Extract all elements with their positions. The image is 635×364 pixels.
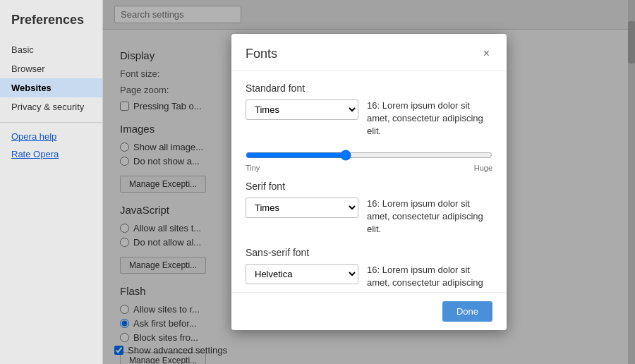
- standard-font-title: Standard font: [246, 83, 492, 94]
- modal-footer: Done: [231, 292, 507, 330]
- sidebar: Preferences Basic Browser Websites Priva…: [0, 0, 103, 364]
- serif-font-select[interactable]: Times: [246, 198, 358, 218]
- sidebar-item-privacy[interactable]: Privacy & security: [0, 97, 102, 116]
- size-huge-label: Huge: [474, 164, 492, 172]
- sans-serif-font-title: Sans-serif font: [246, 247, 492, 258]
- serif-font-row: Times 16: Lorem ipsum dolor sit amet, co…: [246, 198, 492, 236]
- main-content: Display Font size: Page zoom: Pressing T…: [103, 0, 635, 364]
- opera-help-link[interactable]: Opera help: [0, 128, 102, 145]
- font-size-slider[interactable]: [246, 150, 492, 161]
- serif-font-title: Serif font: [246, 181, 492, 192]
- sans-serif-font-preview: 16: Lorem ipsum dolor sit amet, consecte…: [367, 264, 492, 292]
- size-label-row: Tiny Huge: [246, 164, 492, 172]
- size-tiny-label: Tiny: [246, 164, 260, 172]
- modal-body: Standard font Times 16: Lorem ipsum dolo…: [231, 71, 507, 292]
- standard-font-row: Times 16: Lorem ipsum dolor sit amet, co…: [246, 99, 492, 138]
- size-slider-row: [246, 150, 492, 161]
- sidebar-divider: [0, 122, 102, 123]
- serif-font-preview: 16: Lorem ipsum dolor sit amet, consecte…: [367, 198, 492, 236]
- sidebar-item-basic[interactable]: Basic: [0, 40, 102, 59]
- done-button[interactable]: Done: [442, 301, 492, 322]
- modal-close-button[interactable]: ×: [480, 45, 492, 62]
- fonts-modal: Fonts × Standard font Times 16: Lorem ip…: [231, 34, 507, 330]
- sans-serif-font-select[interactable]: Helvetica: [246, 264, 358, 284]
- modal-header: Fonts ×: [231, 34, 507, 71]
- modal-overlay: Fonts × Standard font Times 16: Lorem ip…: [103, 0, 635, 364]
- rate-opera-link[interactable]: Rate Opera: [0, 146, 102, 162]
- modal-title: Fonts: [246, 47, 277, 61]
- standard-font-preview: 16: Lorem ipsum dolor sit amet, consecte…: [367, 99, 492, 138]
- sidebar-item-browser[interactable]: Browser: [0, 59, 102, 78]
- standard-font-select[interactable]: Times: [246, 99, 358, 120]
- sans-serif-font-row: Helvetica 16: Lorem ipsum dolor sit amet…: [246, 264, 492, 292]
- sidebar-item-websites[interactable]: Websites: [0, 78, 102, 97]
- app-title: Preferences: [0, 0, 102, 40]
